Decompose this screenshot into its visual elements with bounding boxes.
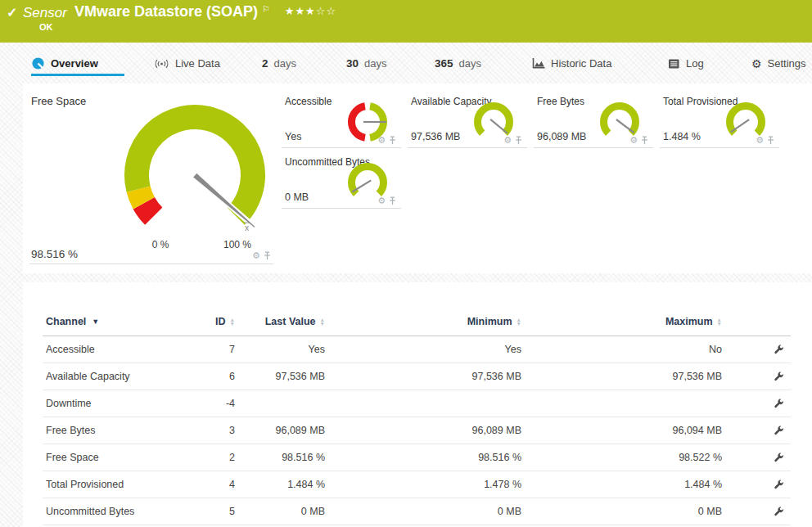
gauge-settings-gear-icon[interactable]: ⚙ — [377, 136, 386, 145]
gauge-card-free-bytes: Free Bytes 96,089 MB ⚙ — [534, 94, 655, 148]
column-label: ID — [215, 316, 226, 327]
column-header-id[interactable]: ID ▲▼ — [190, 316, 239, 327]
channel-row[interactable]: Total Provisioned41.484 %1.478 %1.484 % — [43, 471, 791, 498]
channel-id: -4 — [190, 398, 239, 409]
edit-channel-icon[interactable] — [774, 480, 784, 490]
channel-max: 1.484 % — [526, 479, 726, 490]
pin-icon[interactable] — [641, 136, 648, 145]
channel-row[interactable]: Free Bytes396,089 MB96,089 MB96,094 MB — [43, 417, 791, 444]
channel-max: No — [526, 344, 726, 355]
channel-id: 5 — [190, 506, 239, 517]
channel-edit[interactable] — [726, 399, 791, 409]
edit-channel-icon[interactable] — [774, 453, 784, 463]
channel-name[interactable]: Downtime — [43, 398, 190, 409]
channel-last: 1.484 % — [239, 479, 329, 490]
tab-day-count: 2 — [262, 57, 268, 70]
gauge-settings-gear-icon[interactable]: ⚙ — [503, 136, 512, 145]
channel-last: 97,536 MB — [239, 371, 329, 382]
column-label: Minimum — [467, 316, 512, 327]
tab-log[interactable]: Log — [668, 51, 704, 76]
column-header-last-value[interactable]: Last Value ▲▼ — [239, 316, 329, 327]
channel-row[interactable]: Downtime-4 — [43, 390, 791, 417]
priority-stars[interactable]: ★★★☆☆ — [285, 3, 336, 17]
tab-30-days[interactable]: 30 days — [346, 51, 387, 76]
prtg-sensor-overview-page: { "colors": { "banner_green": "#b3c120",… — [0, 0, 812, 527]
channel-edit[interactable] — [726, 453, 791, 463]
divider — [282, 208, 401, 209]
tab-label: Log — [686, 57, 704, 70]
tab-settings[interactable]: ⚙ Settings — [751, 51, 806, 76]
status-badge: OK — [39, 22, 53, 32]
gauge-card-accessible: Accessible Yes ⚙ — [282, 94, 403, 148]
channel-edit[interactable] — [726, 345, 791, 355]
gauge-value: 97,536 MB — [411, 131, 460, 142]
channel-last: 96,089 MB — [239, 425, 329, 436]
gauge-settings-gear-icon[interactable]: ⚙ — [629, 136, 638, 145]
channel-min: 97,536 MB — [329, 371, 526, 382]
channel-name[interactable]: Uncommitted Bytes — [43, 506, 190, 517]
channel-id: 7 — [190, 344, 239, 355]
channel-edit[interactable] — [726, 507, 791, 517]
channel-id: 3 — [190, 425, 239, 436]
channel-min: 96,089 MB — [329, 425, 526, 436]
tab-overview[interactable]: Overview — [31, 51, 124, 76]
gauge-card-total-provisioned: Total Provisioned 1.484 % ⚙ — [660, 94, 781, 148]
tab-label: days — [459, 57, 481, 70]
pin-icon[interactable] — [389, 136, 396, 145]
channel-edit[interactable] — [726, 372, 791, 382]
divider — [534, 147, 653, 148]
sort-desc-icon: ▼ — [92, 318, 99, 326]
column-label: Maximum — [665, 316, 713, 327]
table-header-row: Channel ▼ ID ▲▼ Last Value ▲▼ Minimum ▲▼… — [43, 307, 791, 336]
edit-channel-icon[interactable] — [774, 345, 784, 355]
edit-channel-icon[interactable] — [774, 399, 784, 409]
gauge-settings-gear-icon[interactable]: ⚙ — [377, 196, 386, 205]
channel-id: 4 — [190, 479, 239, 490]
channel-max: 97,536 MB — [526, 371, 726, 382]
broadcast-icon — [154, 58, 169, 70]
channel-name[interactable]: Free Bytes — [43, 425, 190, 436]
channel-name[interactable]: Accessible — [43, 344, 190, 355]
channel-row[interactable]: Available Capacity697,536 MB97,536 MB97,… — [43, 363, 791, 390]
gauge-title: Free Bytes — [537, 96, 584, 107]
channel-name[interactable]: Total Provisioned — [43, 479, 190, 490]
column-header-channel[interactable]: Channel ▼ — [43, 316, 190, 327]
gauge-icon — [31, 56, 45, 70]
channel-row[interactable]: Uncommitted Bytes50 MB0 MB0 MB — [43, 498, 791, 525]
tab-day-count: 30 — [346, 57, 359, 70]
sort-icon: ▲▼ — [230, 318, 235, 326]
tab-2-days[interactable]: 2 days — [262, 51, 296, 76]
pin-icon[interactable] — [515, 136, 522, 145]
column-label: Channel — [46, 316, 86, 327]
tab-live-data[interactable]: Live Data — [154, 51, 220, 76]
gauge-settings-gear-icon[interactable]: ⚙ — [252, 251, 260, 260]
column-header-minimum[interactable]: Minimum ▲▼ — [329, 316, 526, 327]
channel-min: 1.478 % — [329, 479, 526, 490]
edit-channel-icon[interactable] — [774, 426, 784, 436]
channel-row[interactable]: Free Space298.516 %98.516 %98.522 % — [43, 444, 791, 471]
channel-last: 98.516 % — [239, 452, 329, 463]
sort-icon: ▲▼ — [517, 318, 521, 326]
channel-name[interactable]: Available Capacity — [43, 371, 190, 382]
pin-icon[interactable] — [389, 196, 396, 205]
gauge-settings-gear-icon[interactable]: ⚙ — [756, 136, 764, 145]
gauge-value: Yes — [285, 131, 301, 142]
tab-365-days[interactable]: 365 days — [435, 51, 481, 76]
channel-row[interactable]: Accessible7YesYesNo — [43, 336, 791, 363]
gauge-title: Accessible — [285, 96, 332, 107]
pin-icon[interactable] — [264, 251, 271, 260]
gauge-value: 0 MB — [285, 191, 309, 203]
edit-channel-icon[interactable] — [774, 507, 784, 517]
tab-historic-data[interactable]: Historic Data — [532, 51, 611, 76]
column-header-maximum[interactable]: Maximum ▲▼ — [526, 316, 726, 327]
tab-label: Historic Data — [551, 57, 611, 70]
edit-channel-icon[interactable] — [774, 372, 784, 382]
channel-name[interactable]: Free Space — [43, 452, 190, 463]
pin-icon[interactable] — [767, 136, 774, 145]
channel-edit[interactable] — [726, 480, 791, 490]
flag-icon[interactable]: ⚐ — [262, 3, 270, 15]
column-label: Last Value — [265, 316, 316, 327]
settings-gear-icon: ⚙ — [751, 58, 762, 70]
channel-edit[interactable] — [726, 426, 791, 436]
tab-day-count: 365 — [435, 57, 453, 70]
